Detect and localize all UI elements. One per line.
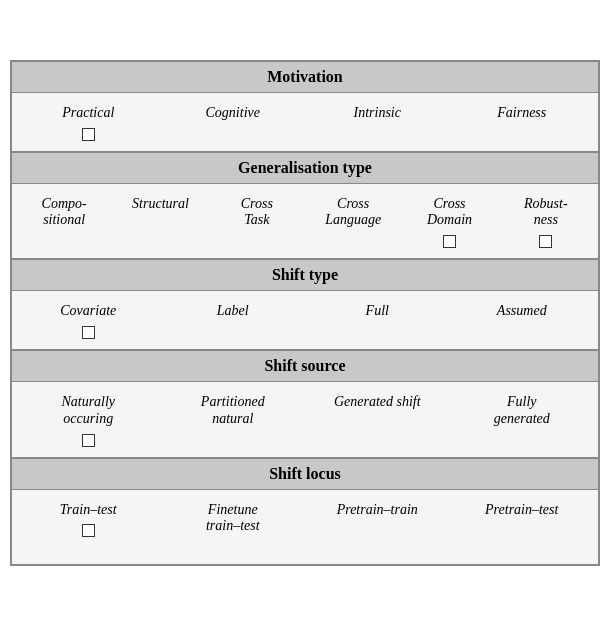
section-header-generalisation: Generalisation type	[12, 153, 598, 184]
item-shift-type-1: Label	[161, 303, 306, 339]
item-shift-type-2: Full	[305, 303, 450, 339]
item-label-shift-type-1: Label	[217, 303, 249, 320]
checkbox-motivation-2[interactable]	[371, 128, 384, 141]
item-label-shift-locus-0: Train–test	[60, 502, 117, 519]
item-label-generalisation-2: CrossTask	[241, 196, 273, 230]
item-generalisation-5: Robust-ness	[498, 196, 594, 249]
item-label-shift-type-2: Full	[366, 303, 389, 320]
item-motivation-1: Cognitive	[161, 105, 306, 141]
item-label-shift-source-3: Fullygenerated	[494, 394, 550, 428]
section-header-motivation: Motivation	[12, 62, 598, 93]
item-label-generalisation-1: Structural	[132, 196, 189, 213]
main-table: MotivationPracticalCognitiveIntrinsicFai…	[10, 60, 600, 566]
section-header-shift-locus: Shift locus	[12, 459, 598, 490]
section-header-shift-type: Shift type	[12, 260, 598, 291]
section-body-shift-source: NaturallyoccuringPartitionednaturalGener…	[12, 382, 598, 459]
item-shift-source-2: Generated shift	[305, 394, 450, 430]
checkbox-shift-source-3[interactable]	[515, 434, 528, 447]
checkbox-shift-locus-3[interactable]	[515, 524, 528, 537]
items-row-shift-source: NaturallyoccuringPartitionednaturalGener…	[16, 390, 594, 447]
items-row-motivation: PracticalCognitiveIntrinsicFairness	[16, 101, 594, 141]
item-label-motivation-0: Practical	[62, 105, 114, 122]
section-header-shift-source: Shift source	[12, 351, 598, 382]
item-generalisation-0: Compo-sitional	[16, 196, 112, 249]
checkbox-shift-locus-1[interactable]	[226, 541, 239, 554]
checkbox-shift-type-0[interactable]	[82, 326, 95, 339]
section-body-shift-type: CovariateLabelFullAssumed	[12, 291, 598, 351]
checkbox-motivation-1[interactable]	[226, 128, 239, 141]
checkbox-shift-locus-2[interactable]	[371, 524, 384, 537]
section-body-generalisation: Compo-sitionalStructuralCrossTaskCrossLa…	[12, 184, 598, 261]
section-body-shift-locus: Train–testFinetunetrain–testPretrain–tra…	[12, 490, 598, 565]
item-label-generalisation-3: CrossLanguage	[325, 196, 381, 230]
item-label-shift-source-2: Generated shift	[334, 394, 421, 411]
item-shift-type-3: Assumed	[450, 303, 595, 339]
checkbox-shift-source-0[interactable]	[82, 434, 95, 447]
item-label-generalisation-4: CrossDomain	[427, 196, 472, 230]
item-label-generalisation-0: Compo-sitional	[42, 196, 87, 230]
item-label-shift-locus-2: Pretrain–train	[337, 502, 418, 519]
item-label-shift-locus-3: Pretrain–test	[485, 502, 558, 519]
item-shift-type-0: Covariate	[16, 303, 161, 339]
items-row-shift-type: CovariateLabelFullAssumed	[16, 299, 594, 339]
item-label-shift-type-3: Assumed	[497, 303, 547, 320]
checkbox-generalisation-1[interactable]	[154, 218, 167, 231]
item-shift-locus-2: Pretrain–train	[305, 502, 450, 538]
checkbox-generalisation-4[interactable]	[443, 235, 456, 248]
checkbox-shift-type-1[interactable]	[226, 326, 239, 339]
item-generalisation-3: CrossLanguage	[305, 196, 401, 249]
item-label-shift-source-1: Partitionednatural	[201, 394, 265, 428]
checkbox-shift-locus-0[interactable]	[82, 524, 95, 537]
section-body-motivation: PracticalCognitiveIntrinsicFairness	[12, 93, 598, 153]
item-generalisation-1: Structural	[112, 196, 208, 232]
items-row-shift-locus: Train–testFinetunetrain–testPretrain–tra…	[16, 498, 594, 555]
item-label-shift-type-0: Covariate	[60, 303, 116, 320]
item-generalisation-4: CrossDomain	[401, 196, 497, 249]
checkbox-generalisation-2[interactable]	[250, 235, 263, 248]
item-shift-source-3: Fullygenerated	[450, 394, 595, 447]
checkbox-generalisation-0[interactable]	[58, 235, 71, 248]
checkbox-shift-source-1[interactable]	[226, 434, 239, 447]
checkbox-generalisation-5[interactable]	[539, 235, 552, 248]
item-shift-locus-3: Pretrain–test	[450, 502, 595, 538]
item-shift-source-1: Partitionednatural	[161, 394, 306, 447]
item-motivation-3: Fairness	[450, 105, 595, 141]
item-label-shift-source-0: Naturallyoccuring	[61, 394, 115, 428]
item-shift-source-0: Naturallyoccuring	[16, 394, 161, 447]
checkbox-motivation-3[interactable]	[515, 128, 528, 141]
item-shift-locus-0: Train–test	[16, 502, 161, 538]
checkbox-shift-type-3[interactable]	[515, 326, 528, 339]
item-label-shift-locus-1: Finetunetrain–test	[206, 502, 260, 536]
checkbox-generalisation-3[interactable]	[347, 235, 360, 248]
item-label-motivation-2: Intrinsic	[354, 105, 401, 122]
item-label-motivation-1: Cognitive	[206, 105, 260, 122]
item-generalisation-2: CrossTask	[209, 196, 305, 249]
item-motivation-0: Practical	[16, 105, 161, 141]
item-label-motivation-3: Fairness	[497, 105, 546, 122]
item-motivation-2: Intrinsic	[305, 105, 450, 141]
item-shift-locus-1: Finetunetrain–test	[161, 502, 306, 555]
checkbox-shift-type-2[interactable]	[371, 326, 384, 339]
items-row-generalisation: Compo-sitionalStructuralCrossTaskCrossLa…	[16, 192, 594, 249]
checkbox-motivation-0[interactable]	[82, 128, 95, 141]
checkbox-shift-source-2[interactable]	[371, 417, 384, 430]
item-label-generalisation-5: Robust-ness	[524, 196, 568, 230]
